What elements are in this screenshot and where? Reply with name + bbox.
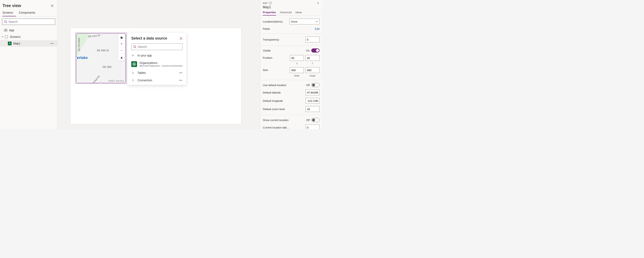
data-source-name: Organizations <box>140 61 182 65</box>
prop-label-show-current: Show current location <box>263 118 288 122</box>
design-canvas: 148th Ave NE NE 51st St NE 40th St verla… <box>58 0 260 129</box>
section-connectors[interactable]: Connectors ••• <box>128 77 186 84</box>
map-street-label: NE 40th St <box>97 49 109 52</box>
resize-handle[interactable] <box>75 32 77 34</box>
more-icon[interactable]: ••• <box>179 79 182 82</box>
use-default-toggle[interactable] <box>311 83 320 87</box>
map-street-label: el Red Rd <box>92 75 100 83</box>
control-type-label: MAP <box>263 2 268 4</box>
tree-item-label: Map1 <box>13 42 20 45</box>
tab-properties[interactable]: Properties <box>263 11 276 16</box>
tab-screens[interactable]: Screens <box>2 10 16 16</box>
show-current-toggle[interactable] <box>311 118 320 122</box>
width-label: Width <box>290 75 304 77</box>
map-control[interactable]: 148th Ave NE NE 51st St NE 40th St verla… <box>76 33 126 83</box>
chevron-right-icon[interactable] <box>317 2 320 5</box>
height-label: Height <box>306 75 320 77</box>
resize-handle[interactable] <box>100 32 102 34</box>
section-label: Connectors <box>138 79 152 82</box>
section-label: Tables <box>138 71 146 74</box>
default-lon-input[interactable] <box>306 98 320 104</box>
data-source-search-input[interactable] <box>138 45 180 48</box>
resize-handle[interactable] <box>125 32 127 34</box>
tree-item-label: Screen1 <box>10 35 21 39</box>
tree-item-label: App <box>9 29 14 32</box>
dataverse-icon <box>131 61 137 67</box>
prop-label-default-lat: Default latitude <box>263 91 281 94</box>
resize-handle[interactable] <box>100 82 102 84</box>
tab-components[interactable]: Components <box>19 10 38 16</box>
tree-item-map1[interactable]: Map1 ••• <box>0 40 57 47</box>
resize-handle[interactable] <box>125 82 127 84</box>
close-icon[interactable] <box>50 4 54 8</box>
tree-item-app[interactable]: App <box>0 27 57 34</box>
x-axis-label: X <box>290 62 304 65</box>
chevron-right-icon <box>131 79 134 82</box>
resize-handle[interactable] <box>75 57 77 59</box>
pitch-button[interactable]: ▲ <box>118 54 125 61</box>
prop-label-default-lon: Default longitude <box>263 99 283 102</box>
map-surface: 148th Ave NE NE 51st St NE 40th St verla… <box>76 33 126 83</box>
tree-view-title: Tree view <box>2 3 21 8</box>
map-street-label: 148th Ave NE <box>78 38 80 51</box>
device-frame: 148th Ave NE NE 51st St NE 40th St verla… <box>70 28 241 124</box>
use-default-state-label: Off <box>306 84 310 87</box>
locations-select[interactable]: None <box>290 19 320 24</box>
close-icon[interactable] <box>180 37 182 40</box>
default-lat-input[interactable] <box>306 90 320 95</box>
section-in-your-app[interactable]: In your app <box>128 52 186 59</box>
position-x-input[interactable] <box>290 55 304 61</box>
default-zoom-input[interactable] <box>306 106 320 112</box>
prop-label-use-default: Use default location <box>263 84 286 87</box>
data-source-search[interactable] <box>131 43 182 50</box>
search-icon <box>4 20 7 23</box>
prop-label-current-lat: Current location latit... <box>263 126 289 129</box>
visible-toggle[interactable] <box>311 48 320 53</box>
y-axis-label: Y <box>306 62 320 65</box>
chevron-down-icon <box>131 54 134 57</box>
size-width-input[interactable] <box>290 67 304 73</box>
current-lat-input[interactable] <box>306 124 320 129</box>
more-icon[interactable]: ••• <box>50 42 54 45</box>
map-street-label: NE 30th <box>102 66 112 68</box>
data-source-sub: Microsoft Dataverse - Current environmen… <box>140 65 182 67</box>
prop-label-visible: Visible <box>263 49 270 52</box>
screen-icon <box>5 35 8 38</box>
chevron-down-icon <box>1 36 4 38</box>
prop-label-size: Size <box>263 67 268 72</box>
resize-handle[interactable] <box>125 57 127 59</box>
tree-search-input[interactable] <box>8 20 53 23</box>
zoom-in-button[interactable]: + <box>118 41 125 47</box>
section-tables[interactable]: Tables ••• <box>128 69 186 77</box>
compass-icon[interactable]: ◆ <box>118 34 125 41</box>
zoom-out-button[interactable]: − <box>118 47 125 54</box>
control-name: Map1 <box>263 5 320 9</box>
prop-label-locations: Locations(Items) <box>263 20 282 23</box>
map-controls: ◆ + − ▲ <box>118 34 125 61</box>
help-icon[interactable]: ? <box>269 2 272 5</box>
map-street-label: NE 51st St <box>88 34 100 38</box>
show-current-state-label: Off <box>306 118 310 122</box>
prop-label-fields: Fields <box>263 27 270 30</box>
chevron-right-icon <box>131 71 134 74</box>
data-source-popup: Select a data source In your app Organiz… <box>128 33 186 85</box>
tree-item-screen1[interactable]: Screen1 <box>0 34 57 40</box>
properties-panel: MAP ? Map1 Properties Advanced Ideas Loc… <box>260 0 322 129</box>
tab-ideas[interactable]: Ideas <box>295 11 302 16</box>
tab-advanced[interactable]: Advanced <box>280 11 292 16</box>
fields-edit-link[interactable]: Edit <box>315 27 320 30</box>
position-y-input[interactable] <box>306 55 320 61</box>
svg-point-1 <box>134 46 136 48</box>
data-source-organizations[interactable]: Organizations Microsoft Dataverse - Curr… <box>128 59 186 69</box>
resize-handle[interactable] <box>75 82 77 84</box>
tree-search-box[interactable] <box>2 19 55 25</box>
transparency-input[interactable] <box>306 37 320 42</box>
prop-label-default-zoom: Default zoom level <box>263 108 285 111</box>
svg-point-0 <box>4 21 6 23</box>
chevron-down-icon <box>316 20 318 23</box>
prop-label-transparency: Transparency <box>263 38 279 41</box>
tree-view-panel: Tree view Screens Components App Screen1… <box>0 0 58 129</box>
size-height-input[interactable] <box>306 67 320 73</box>
more-icon[interactable]: ••• <box>179 71 182 74</box>
map-icon <box>8 42 12 45</box>
